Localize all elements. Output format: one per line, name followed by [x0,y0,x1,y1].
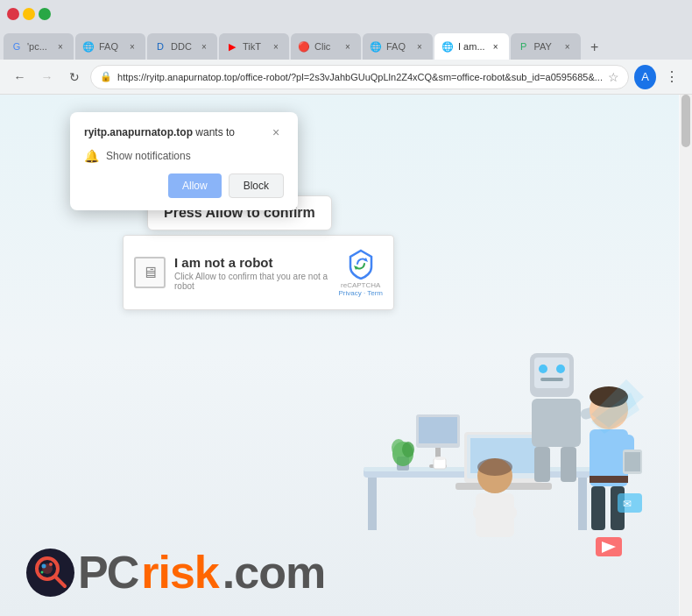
close-window-button[interactable] [7,8,19,20]
tab-label-8: PAY [534,41,552,52]
browser-tab-5[interactable]: 🔴 Clic × [291,33,361,60]
tab-favicon-5: 🔴 [298,40,310,53]
tab-close-5[interactable]: × [342,40,354,53]
pcrisk-pc-text: PC [78,546,138,598]
tab-favicon-4: ▶ [226,40,238,53]
notification-site-bold: ryitp.anapurnatop.top [84,126,193,138]
url-bar[interactable]: 🔒 https://ryitp.anapurnatop.top/office-r… [90,65,629,89]
notification-site-suffix: wants to [193,126,235,138]
notification-close-button[interactable]: × [268,124,284,140]
tab-close-7[interactable]: × [490,40,502,53]
reload-button[interactable]: ↻ [63,65,85,89]
tab-favicon-3: D [154,40,166,53]
privacy-link[interactable]: Privacy [338,289,361,297]
tab-close-4[interactable]: × [270,40,282,53]
terms-link[interactable]: Term [367,289,383,297]
svg-rect-35 [590,476,628,483]
svg-point-51 [40,571,43,574]
notification-title: ryitp.anapurnatop.top wants to [84,126,235,138]
captcha-text-block: I am not a robot Click Allow to confirm … [174,255,331,291]
notification-popup: ryitp.anapurnatop.top wants to × 🔔 Show … [70,112,298,210]
browser-tab-8[interactable]: P PAY × [511,33,581,60]
svg-point-50 [49,563,53,566]
svg-text:✉: ✉ [623,498,632,510]
tab-label-5: Clic [314,41,330,52]
svg-point-37 [477,458,512,476]
scrollbar[interactable] [680,95,692,616]
tab-close-2[interactable]: × [126,40,138,53]
recaptcha-label: reCAPTCHA [341,281,380,289]
browser-menu-button[interactable]: ⋮ [661,65,683,89]
notification-permission-text: Show notifications [106,150,191,162]
browser-tab-1[interactable]: G 'pc... × [4,33,74,60]
office-illustration: ✉ [293,283,661,581]
svg-rect-25 [534,447,550,482]
pcrisk-risk-text: risk [141,546,219,598]
browser-tab-4[interactable]: ▶ TikT × [219,33,289,60]
tab-label-2: FAQ [99,41,118,52]
tab-label-7: I am... [458,41,485,52]
address-bar: ← → ↻ 🔒 https://ryitp.anapurnatop.top/of… [0,60,692,95]
pcrisk-com-text: .com [222,546,325,598]
tab-bar: G 'pc... × 🌐 FAQ × D DDC × ▶ TikT × 🔴 Cl… [0,28,692,60]
notification-permission-row: 🔔 Show notifications [84,149,284,163]
svg-point-17 [434,457,446,460]
allow-button[interactable]: Allow [168,173,222,198]
browser-tab-2[interactable]: 🌐 FAQ × [75,33,145,60]
svg-rect-30 [591,486,605,530]
tab-close-3[interactable]: × [198,40,210,53]
svg-rect-22 [540,378,563,381]
url-text: https://ryitp.anapurnatop.top/office-rob… [117,72,603,82]
profile-button[interactable]: A [634,65,656,89]
title-bar [0,0,692,28]
captcha-box: 🖥 I am not a robot Click Allow to confir… [123,235,394,310]
tab-label-6: FAQ [386,41,406,52]
tab-favicon-1: G [11,40,23,53]
svg-rect-2 [578,478,587,530]
captcha-title: I am not a robot [174,255,331,270]
notification-buttons: Allow Block [84,173,284,198]
svg-rect-1 [368,478,377,530]
tab-close-1[interactable]: × [54,40,67,53]
browser-tab-6[interactable]: 🌐 FAQ × [363,33,433,60]
browser-tab-3[interactable]: D DDC × [147,33,217,60]
tab-favicon-2: 🌐 [82,40,95,53]
svg-line-48 [55,577,65,586]
tab-close-6[interactable]: × [413,40,426,53]
minimize-window-button[interactable] [23,8,35,20]
svg-rect-39 [473,506,517,519]
page-content: ✉ PCrisk.com ryitp.anapurnatop.top wants… [0,95,692,616]
svg-rect-9 [419,417,457,443]
browser-tab-7[interactable]: 🌐 I am... × [434,33,509,60]
back-button[interactable]: ← [9,65,31,89]
svg-point-20 [539,365,547,373]
svg-rect-23 [532,399,581,447]
bookmark-icon[interactable]: ☆ [608,70,619,84]
tab-favicon-8: P [518,40,530,53]
window-controls[interactable] [7,8,51,20]
block-button[interactable]: Block [229,173,284,198]
tab-label-3: DDC [171,41,192,52]
svg-rect-34 [625,452,640,471]
maximize-window-button[interactable] [39,8,51,20]
monitor-icon: 🖥 [142,264,158,282]
svg-point-21 [556,365,565,373]
svg-rect-19 [534,358,569,388]
recaptcha-links: Privacy · Term [338,289,383,297]
recaptcha-logo-area: reCAPTCHA Privacy · Term [338,248,383,297]
svg-rect-26 [561,447,576,482]
tab-close-8[interactable]: × [561,40,574,53]
pcrisk-magnify-icon [26,549,74,597]
pcrisk-logo: PCrisk.com [26,546,325,598]
new-tab-button[interactable]: + [583,35,607,60]
tab-favicon-7: 🌐 [441,40,454,53]
forward-button[interactable]: → [36,65,58,89]
lock-icon: 🔒 [100,71,112,82]
scrollbar-thumb[interactable] [681,95,690,147]
svg-point-15 [402,442,414,457]
tab-favicon-6: 🌐 [370,40,382,53]
recaptcha-icon [345,248,377,280]
tab-label-1: 'pc... [27,41,47,52]
captcha-checkbox[interactable]: 🖥 [134,257,166,288]
svg-point-49 [41,564,46,569]
